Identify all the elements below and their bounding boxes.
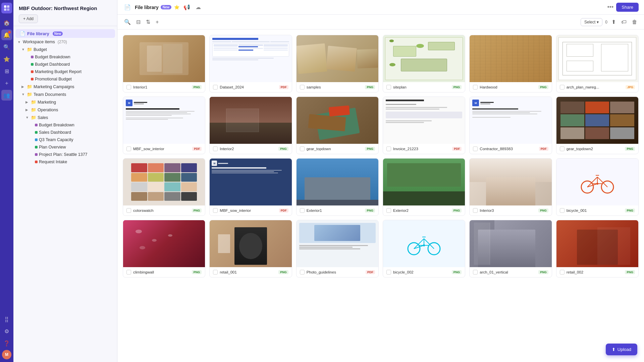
search-tool-icon[interactable]: 🔍 bbox=[123, 17, 132, 26]
favorite-icon[interactable]: ⭐ bbox=[174, 5, 179, 10]
tree-workspace-items[interactable]: ▼ Workspace items (270) bbox=[13, 38, 117, 46]
share-button[interactable]: Share bbox=[616, 3, 639, 12]
tree-sales-dashboard[interactable]: Sales Dashboard bbox=[13, 129, 117, 136]
notification-icon[interactable]: 📢 bbox=[182, 3, 192, 12]
file-checkbox-samples[interactable] bbox=[300, 85, 305, 89]
file-card-interior2[interactable]: Interior2 PNG bbox=[209, 97, 292, 154]
file-card-exterior2[interactable]: Exterior2 PNG bbox=[383, 158, 465, 216]
grid-dots-icon-btn[interactable]: ⣿ bbox=[1, 314, 12, 324]
budget-breakdown-dot bbox=[31, 56, 34, 58]
file-card-hardwood[interactable]: Hardwood PNG bbox=[469, 35, 552, 93]
file-checkbox-interior2[interactable] bbox=[213, 146, 218, 151]
user-avatar[interactable]: M bbox=[2, 350, 11, 359]
file-checkbox-gear-topdown[interactable] bbox=[300, 146, 305, 151]
star-icon-btn[interactable]: ⭐ bbox=[1, 54, 12, 64]
tree-plan-overview[interactable]: Plan Overview bbox=[13, 143, 117, 151]
file-card-gear-topdown2[interactable]: gear_topdown2 PNG bbox=[556, 97, 639, 154]
tree-budget-folder[interactable]: ▼ 📁 Budget bbox=[13, 46, 117, 53]
select-button[interactable]: Select ▾ bbox=[581, 18, 602, 26]
file-checkbox-contractor[interactable] bbox=[473, 146, 478, 151]
tree-marketing-folder[interactable]: ▶ 📁 Marketing bbox=[13, 98, 117, 106]
file-checkbox-bicycle001[interactable] bbox=[560, 208, 565, 213]
file-card-climbingwall[interactable]: climbingwall PNG bbox=[123, 220, 205, 278]
upload-cloud-icon[interactable]: ⬆ bbox=[610, 17, 617, 26]
file-card-sow-interior2[interactable]: M MBF_sow_int bbox=[209, 158, 292, 216]
more-options-icon[interactable]: ••• bbox=[607, 4, 613, 11]
add-button[interactable]: + Add bbox=[19, 14, 38, 23]
file-checkbox-arch01[interactable] bbox=[473, 270, 478, 275]
tree-marketing-campaigns[interactable]: ▶ 📁 Marketing Campaigns bbox=[13, 83, 117, 90]
grid-icon-btn[interactable]: ⊞ bbox=[1, 66, 12, 76]
file-thumb-contractor: M bbox=[470, 97, 551, 144]
file-checkbox-retail002[interactable] bbox=[560, 270, 565, 275]
file-card-arch-plan[interactable]: arch_plan_nwreg... JPG bbox=[556, 35, 639, 93]
tree-request-intake[interactable]: Request Intake bbox=[13, 158, 117, 166]
file-name-siteplan: siteplan bbox=[393, 85, 407, 89]
file-checkbox-interior3[interactable] bbox=[473, 208, 478, 213]
file-checkbox-dataset[interactable] bbox=[213, 85, 218, 89]
file-card-arch01[interactable]: arch_01_vertical PNG bbox=[469, 220, 552, 278]
file-checkbox-exterior2[interactable] bbox=[386, 208, 391, 213]
file-checkbox-colorswatch[interactable] bbox=[126, 208, 131, 213]
tree-budget-breakdown[interactable]: Budget Breakdown bbox=[13, 53, 117, 61]
svg-rect-2 bbox=[4, 8, 6, 11]
settings-icon-btn[interactable]: ⚙ bbox=[1, 326, 12, 337]
tag-icon[interactable]: 🏷 bbox=[620, 18, 628, 26]
upload-button[interactable]: ⬆ Upload bbox=[606, 344, 637, 355]
cloud-icon[interactable]: ☁ bbox=[194, 3, 202, 12]
tree-operations-folder[interactable]: ▶ 📁 Operations bbox=[13, 106, 117, 114]
file-card-exterior1[interactable]: Exterior1 PNG bbox=[296, 158, 379, 216]
file-checkbox-arch-plan[interactable] bbox=[560, 85, 565, 89]
file-card-interior1[interactable]: Interior1 PNG bbox=[123, 35, 205, 93]
file-card-sow-interior[interactable]: M bbox=[123, 97, 205, 154]
file-card-contractor[interactable]: M bbox=[469, 97, 552, 154]
plus-icon-btn[interactable]: ＋ bbox=[1, 78, 12, 88]
file-checkbox-gear-topdown2[interactable] bbox=[560, 146, 565, 151]
help-icon-btn[interactable]: ❓ bbox=[1, 338, 12, 349]
file-checkbox-retail001[interactable] bbox=[213, 270, 218, 275]
file-checkbox-exterior1[interactable] bbox=[300, 208, 305, 213]
file-checkbox-siteplan[interactable] bbox=[386, 85, 391, 89]
tree-q3-team[interactable]: Q3 Team Capacity bbox=[13, 136, 117, 143]
file-checkbox-bicycle002[interactable] bbox=[386, 270, 391, 275]
file-card-invoice[interactable]: Invoice_21223 PDF bbox=[383, 97, 465, 154]
file-type-siteplan: PNG bbox=[452, 85, 462, 89]
home-icon-btn[interactable]: 🏠 bbox=[1, 17, 12, 28]
search-icon-btn[interactable]: 🔍 bbox=[1, 42, 12, 52]
file-card-bicycle001[interactable]: bicycle_001 PNG bbox=[556, 158, 639, 216]
sidebar-item-file-library[interactable]: 📄 File library New bbox=[15, 29, 115, 38]
tree-project-plan[interactable]: Project Plan: Seattle 1377 bbox=[13, 151, 117, 158]
tree-marketing-budget-report[interactable]: Marketing Budget Report bbox=[13, 68, 117, 75]
add-tool-icon[interactable]: + bbox=[154, 18, 160, 26]
file-checkbox-interior1[interactable] bbox=[126, 85, 131, 89]
file-card-dataset[interactable]: Dataset_2024 PDF bbox=[209, 35, 292, 93]
people-icon-btn[interactable]: 👥 bbox=[1, 90, 12, 101]
file-card-photo-guidelines[interactable]: Photo_guidelines PDF bbox=[296, 220, 379, 278]
file-checkbox-invoice[interactable] bbox=[386, 146, 391, 151]
file-type-contractor: PDF bbox=[539, 147, 548, 151]
file-card-retail001[interactable]: retail_001 PNG bbox=[209, 220, 292, 278]
file-checkbox-photo-guidelines[interactable] bbox=[300, 270, 305, 275]
file-card-colorswatch[interactable]: colorswatch PNG bbox=[123, 158, 205, 216]
tree-sales-budget-breakdown[interactable]: Budget Breakdown bbox=[13, 121, 117, 129]
file-thumb-bicycle002 bbox=[383, 220, 465, 267]
file-card-bicycle002[interactable]: bicycle_002 PNG bbox=[383, 220, 465, 278]
file-checkbox-sow-interior2[interactable] bbox=[213, 208, 218, 213]
file-card-interior3[interactable]: Interior3 PNG bbox=[469, 158, 552, 216]
sort-tool-icon[interactable]: ⇅ bbox=[145, 17, 152, 26]
filter-tool-icon[interactable]: ⊟ bbox=[135, 17, 142, 26]
file-checkbox-sow-interior[interactable] bbox=[126, 146, 131, 151]
file-card-retail002[interactable]: retail_002 PNG bbox=[556, 220, 639, 278]
tree-sales-folder[interactable]: ▼ 📁 Sales bbox=[13, 114, 117, 121]
tree-budget-dashboard[interactable]: Budget Dashboard bbox=[13, 61, 117, 68]
trash-icon[interactable]: 🗑 bbox=[631, 18, 639, 26]
tree-team-documents[interactable]: ▼ 📁 Team Documents bbox=[13, 90, 117, 98]
app-icon[interactable] bbox=[1, 3, 12, 13]
file-checkbox-climbingwall[interactable] bbox=[126, 270, 131, 275]
file-card-samples[interactable]: samples PNG bbox=[296, 35, 379, 93]
file-card-siteplan[interactable]: siteplan PNG bbox=[383, 35, 465, 93]
file-card-gear-topdown[interactable]: gear_topdown PNG bbox=[296, 97, 379, 154]
bell-icon-btn[interactable]: 🔔 bbox=[1, 29, 12, 40]
tree-promotional-budget[interactable]: Promotional Budget bbox=[13, 75, 117, 83]
file-checkbox-hardwood[interactable] bbox=[473, 85, 478, 89]
